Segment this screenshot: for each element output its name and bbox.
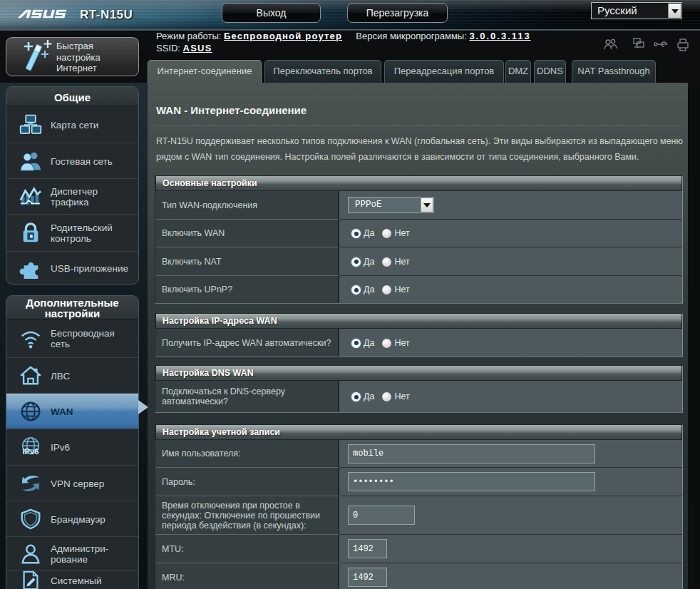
svg-text:IPv6: IPv6: [22, 447, 38, 456]
